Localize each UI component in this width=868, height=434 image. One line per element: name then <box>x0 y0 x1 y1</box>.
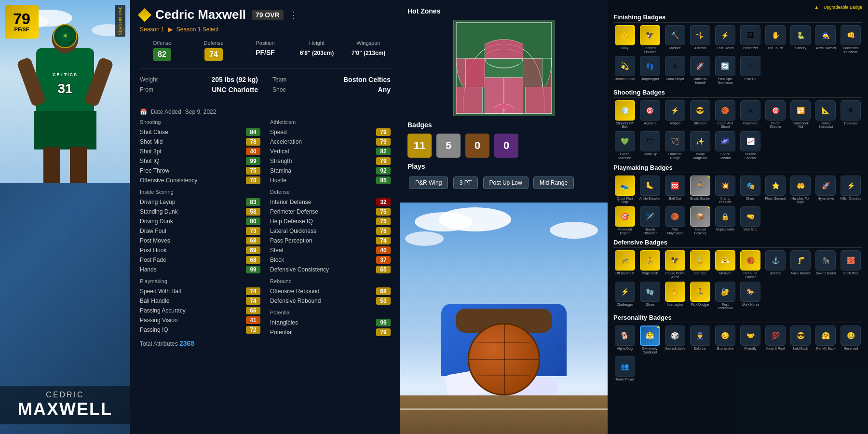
badge-item[interactable]: 🤐Reserved <box>840 326 862 354</box>
badge-item[interactable]: 😎Blinders <box>689 100 711 129</box>
badge-item[interactable]: 💥Clamp Breaker <box>714 176 736 204</box>
badge-item[interactable]: ⚡Killer Combos <box>840 176 862 204</box>
badge-item[interactable]: 🔄Post Spin Technician <box>714 56 736 84</box>
player-firstname: CEDRIC <box>0 391 130 399</box>
play-btn-2[interactable]: Post Up Low <box>483 176 529 189</box>
badge-icon: ⚔ <box>665 56 685 76</box>
badge-item[interactable]: 🐕Alpha Dog <box>613 326 636 354</box>
badge-item[interactable]: 💫Dream Shake <box>613 56 636 84</box>
badge-item[interactable]: 🆘Bail Out <box>664 176 686 204</box>
badge-item[interactable]: 🦍Boxout Beast <box>814 250 837 279</box>
badge-item[interactable]: 🔨Masher <box>664 25 686 54</box>
badge-item[interactable]: 🏃▲Break Starter <box>689 176 711 204</box>
badge-item[interactable]: 💚Green Machine <box>613 131 636 160</box>
badge-item[interactable]: 🐍Slithery <box>789 25 812 54</box>
badge-item[interactable]: ⚔Claymore <box>739 100 761 129</box>
badge-item[interactable]: 🧙Aerial Wizard <box>814 25 837 54</box>
badge-label: Backdown Punisher <box>840 46 861 54</box>
badge-item[interactable]: 🎯▲Mismatch Expert <box>613 206 636 235</box>
badge-item[interactable]: 🧱Brick Wall <box>840 250 862 279</box>
attr-row: Shot Mid78 <box>140 137 260 147</box>
badge-item[interactable]: 🤲Handles For Days <box>789 176 812 204</box>
upgrade-arrow-icon: ▲ <box>707 280 711 285</box>
badge-item[interactable]: 🎯Agent 3 <box>638 100 661 129</box>
badge-item[interactable]: 💪▲Bully <box>613 25 636 54</box>
badge-item[interactable]: ⚡Amped <box>664 100 686 129</box>
badge-item[interactable]: 🚀Limitless Takeoff <box>689 56 711 84</box>
badge-item[interactable]: 💨▲Slippery Off Ball <box>613 100 636 129</box>
badge-item[interactable]: 🏃▲Pogo Stick <box>638 250 661 279</box>
badge-item[interactable]: 🤜Vice Grip <box>739 206 761 235</box>
badge-item[interactable]: 🏀▲Rebound Chaser <box>739 250 761 279</box>
badge-item[interactable]: 🛡Guard Up <box>638 131 661 160</box>
badge-item[interactable]: 🔐Post Lockdown <box>714 282 736 310</box>
badge-item[interactable]: 👥Team Player <box>613 356 636 381</box>
badge-item[interactable]: 🔒Unpluckable <box>714 206 736 235</box>
badge-item[interactable]: 🦵Ankle Braces <box>789 250 812 279</box>
badge-item[interactable]: 🧤Glove <box>638 282 661 310</box>
badge-item[interactable]: 💯Keep It Real <box>764 326 787 354</box>
badge-item[interactable]: ⚔Giant Slayer <box>664 56 686 84</box>
badge-item[interactable]: 🏃▲Pick Dodger <box>689 282 711 310</box>
badge-icon: 😎 <box>690 100 710 121</box>
badge-item[interactable]: 😤▲Extremely Confident <box>638 326 661 354</box>
badge-item[interactable]: 🦟▲Off Ball Pest <box>613 250 636 279</box>
badge-item[interactable]: 🌌Space Creator <box>714 131 736 160</box>
badge-item[interactable]: 🦅▲Chase Down Artist <box>664 250 686 279</box>
badge-item[interactable]: ✋▲Interceptor <box>664 282 686 310</box>
badge-item[interactable]: 📦▲Special Delivery <box>689 206 711 235</box>
badge-item[interactable]: ⭐Floor General <box>764 176 787 204</box>
badge-item[interactable]: 😎Laid Back <box>789 326 812 354</box>
badge-item[interactable]: 📐Corner Specialist <box>814 100 837 129</box>
badge-item[interactable]: 🪡Needle Threader <box>638 206 661 235</box>
badge-item[interactable]: 🎭Dimer <box>739 176 761 204</box>
badge-item[interactable]: 👮Enforcer <box>689 326 711 354</box>
badge-item[interactable]: 👟▲Quick First Step <box>613 176 636 204</box>
badge-item[interactable]: ✋Pro Touch <box>764 25 787 54</box>
badge-item[interactable]: 🖼Posterizer <box>739 25 761 54</box>
breadcrumb-item-2: Season 1 Select <box>176 26 218 33</box>
badge-item[interactable]: 😊Expressive <box>714 326 736 354</box>
date-added-label: Date Added <box>151 108 181 115</box>
badge-item[interactable]: 👊Backdown Punisher <box>840 25 862 54</box>
attr-row: Free Throw75 <box>140 166 260 176</box>
badge-item[interactable]: ✨Middy Magician <box>689 131 711 160</box>
badge-icon: 😤▲ <box>640 326 660 346</box>
play-btn-0[interactable]: P&R Wing <box>409 176 448 189</box>
player-rating: 79 <box>13 11 30 27</box>
badge-icon: 👣 <box>640 56 660 76</box>
weight-value: 205 lbs (92 kg) <box>212 76 258 83</box>
badge-item[interactable]: ⚓Anchor <box>764 250 787 279</box>
badge-label: Special Delivery <box>690 228 711 235</box>
plays-list: P&R Wing 3 PT Post Up Low Mid Range <box>407 175 600 190</box>
upgrade-arrow-icon: ▲ <box>707 249 711 253</box>
upgrade-arrow-icon: ▲ <box>657 24 661 28</box>
badge-item[interactable]: 🐎Work Horse <box>739 282 761 310</box>
badge-item[interactable]: 🏀Catch And Shoot <box>714 100 736 129</box>
badge-item[interactable]: 🎯Clutch Shooter <box>764 100 787 129</box>
badge-item[interactable]: 📈Volume Shooter <box>739 131 761 160</box>
more-options-icon[interactable]: ⋮ <box>289 10 298 20</box>
badge-item[interactable]: ⚡Challenger <box>613 282 636 310</box>
badge-icon: 🧤 <box>640 282 660 302</box>
badge-item[interactable]: 🦶Ankle Breaker <box>638 176 661 204</box>
badge-item[interactable]: 🎲Unpredictable <box>664 326 686 354</box>
badge-item[interactable]: 😤▲Menace <box>714 250 736 279</box>
badge-item[interactable]: ⚡Fast Twitch <box>714 25 736 54</box>
play-btn-1[interactable]: 3 PT <box>453 176 478 189</box>
badge-item[interactable]: 🤸Acrobat <box>689 25 711 54</box>
badge-item[interactable]: 🏀Post Playmaker <box>664 206 686 235</box>
badge-item[interactable]: 👁Deadeye <box>840 100 862 129</box>
badge-item[interactable]: 🔁Comeback Kid <box>789 100 812 129</box>
badge-item[interactable]: 🤗Pat My Back <box>814 326 837 354</box>
attr-value: 68 <box>376 287 391 295</box>
attr-name: Intangibles <box>270 319 298 326</box>
badge-item[interactable]: 🤝Friendly <box>739 326 761 354</box>
play-btn-3[interactable]: Mid Range <box>533 176 574 189</box>
badge-item[interactable]: ↑Rise Up <box>739 56 761 84</box>
badge-item[interactable]: 👣Dropstepper <box>638 56 661 84</box>
badge-item[interactable]: 🔒▲Clamps <box>689 250 711 279</box>
badge-item[interactable]: 🏹Limitless Range <box>664 131 686 160</box>
badge-item[interactable]: 🚀Hyperdrive <box>814 176 837 204</box>
badge-item[interactable]: 🦅▲Fearless Finisher <box>638 25 661 54</box>
